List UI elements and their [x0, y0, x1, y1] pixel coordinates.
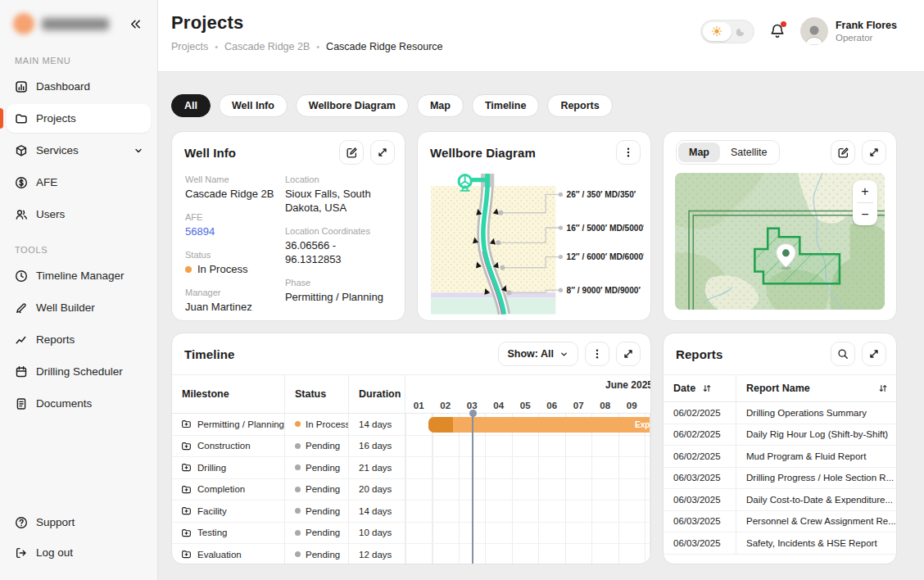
tab-reports[interactable]: Reports	[547, 94, 612, 117]
content-area: All Well Info Wellbore Diagram Map Timel…	[158, 72, 924, 580]
sort-icon[interactable]	[878, 383, 888, 393]
logout-icon	[14, 546, 28, 560]
milestone-status: Pending	[306, 484, 340, 494]
column-header-duration[interactable]: Duration	[349, 375, 405, 413]
wellbore-menu-button[interactable]	[616, 140, 641, 165]
map-tab[interactable]: Map	[678, 143, 720, 162]
sidebar-item-well-builder[interactable]: Well Builder	[7, 293, 151, 322]
gantt-row	[405, 457, 650, 478]
timeline-row[interactable]: Evaluation Pending 12 days	[172, 544, 650, 564]
users-icon	[14, 208, 28, 221]
sidebar-item-drilling-scheduler[interactable]: Drilling Scheduler	[7, 357, 151, 386]
tab-wellbore-diagram[interactable]: Wellbore Diagram	[296, 94, 409, 117]
report-row[interactable]: 06/02/2025 Drilling Operations Summary	[664, 402, 896, 424]
expand-icon	[868, 348, 880, 360]
sidebar-item-timeline-manager[interactable]: Timeline Manager	[7, 261, 151, 290]
column-header-milestone[interactable]: Milestone	[172, 375, 285, 413]
report-row[interactable]: 06/03/2025 Drilling Progress / Hole Sect…	[664, 468, 896, 490]
timeline-row[interactable]: Facility Pending 14 days	[172, 501, 650, 523]
expand-well-info-button[interactable]	[370, 140, 395, 165]
column-header-report-name[interactable]: Report Name	[736, 375, 896, 401]
search-icon	[837, 348, 849, 360]
sidebar-item-support[interactable]: Support	[7, 508, 151, 537]
timeline-row[interactable]: Drilling Pending 21 days	[172, 457, 650, 479]
app-logo-wordmark	[42, 18, 109, 30]
milestone-status: Pending	[306, 441, 340, 451]
timeline-table: Milestone Status Duration June 2025 0102…	[172, 374, 650, 564]
user-menu[interactable]: Frank Flores Operator	[800, 17, 897, 45]
report-row[interactable]: 06/03/2025 Daily Cost-to-Date & Expendit…	[664, 489, 896, 511]
afe-link[interactable]: 56894	[185, 225, 277, 239]
status-dot	[295, 508, 301, 514]
timeline-row[interactable]: Construction Pending 16 days	[172, 436, 650, 458]
milestone-duration: 10 days	[359, 528, 392, 537]
chevron-down-icon	[134, 146, 143, 156]
expand-map-button[interactable]	[862, 140, 886, 165]
breadcrumb-item[interactable]: Cascade Ridge 2B	[224, 41, 310, 52]
tools-label: TOOLS	[0, 230, 157, 260]
edit-map-button[interactable]	[831, 140, 855, 165]
sidebar-item-users[interactable]: Users	[7, 200, 151, 229]
breadcrumb-item[interactable]: Projects	[171, 41, 208, 52]
sidebar-collapse-button[interactable]	[126, 15, 144, 33]
help-circle-icon	[14, 516, 28, 529]
zoom-in-button[interactable]: +	[853, 180, 877, 202]
report-row[interactable]: 06/02/2025 Mud Program & Fluid Report	[664, 446, 896, 468]
sidebar-item-label: Log out	[36, 546, 73, 559]
location-value: Sioux Falls, South Dakota, USA	[285, 188, 393, 215]
expand-reports-button[interactable]	[862, 342, 886, 366]
sidebar-item-logout[interactable]: Log out	[7, 538, 151, 567]
report-row[interactable]: 06/02/2025 Daily Rig Hour Log (Shift-by-…	[664, 424, 896, 446]
manager-value: Juan Martinez	[185, 301, 277, 315]
user-name: Frank Flores	[836, 20, 897, 31]
column-header-date[interactable]: Date	[664, 375, 736, 401]
map-viewport[interactable]: + −	[675, 173, 885, 310]
status-dot	[185, 266, 192, 273]
report-name-column-label: Report Name	[746, 383, 810, 394]
sidebar-item-reports[interactable]: Reports	[7, 325, 151, 354]
line-chart-icon	[14, 333, 28, 347]
expand-icon	[868, 147, 880, 158]
edit-well-info-button[interactable]	[339, 140, 364, 165]
timeline-row[interactable]: Completion Pending 20 days	[172, 479, 650, 501]
wellbore-diagram[interactable]: 26″ / 350′ MD/350′ 16″ / 5000′ MD/5000′ …	[418, 173, 650, 321]
satellite-tab[interactable]: Satellite	[720, 143, 777, 162]
expand-timeline-button[interactable]	[616, 342, 641, 366]
sidebar: MAIN MENU Dashboard Projects Services AF…	[0, 0, 158, 580]
status-dot	[295, 551, 301, 557]
casing-label: 26″ / 350′ MD/350′	[567, 190, 636, 199]
map-type-switch: Map Satellite	[676, 140, 780, 165]
notifications-button[interactable]	[769, 23, 786, 39]
milestone-name: Permitting / Planning	[197, 419, 284, 429]
timeline-row[interactable]: Testing Pending 10 days	[172, 523, 650, 545]
gantt-day-labels: 01020304050607080910	[405, 401, 650, 410]
gantt-bar-exploration[interactable]: Exploration	[428, 417, 650, 433]
tab-all[interactable]: All	[171, 94, 211, 117]
sidebar-item-dashboard[interactable]: Dashboard	[7, 72, 151, 101]
edit-pencil-icon	[346, 147, 358, 159]
report-row[interactable]: 06/03/2025 Safety, Incidents & HSE Repor…	[664, 532, 896, 555]
tab-timeline[interactable]: Timeline	[472, 94, 539, 117]
report-row[interactable]: 06/03/2025 Personnel & Crew Assignment R…	[664, 511, 896, 533]
timeline-row[interactable]: Permitting / Planning In Process 14 days…	[172, 414, 650, 436]
dollar-circle-icon	[14, 176, 28, 189]
sidebar-item-services[interactable]: Services	[7, 136, 151, 165]
field-label: Location	[285, 174, 393, 184]
sort-icon[interactable]	[702, 383, 712, 393]
timeline-show-filter[interactable]: Show: All	[498, 342, 578, 366]
sidebar-item-label: Documents	[36, 397, 92, 410]
sidebar-item-projects[interactable]: Projects	[7, 104, 151, 133]
timeline-menu-button[interactable]	[585, 342, 609, 366]
sidebar-item-afe[interactable]: AFE	[7, 168, 151, 197]
milestone-duration: 16 days	[359, 441, 392, 451]
sidebar-item-documents[interactable]: Documents	[7, 389, 151, 418]
search-reports-button[interactable]	[831, 342, 855, 366]
theme-toggle[interactable]	[700, 20, 754, 43]
status-dot	[295, 443, 301, 449]
zoom-out-button[interactable]: −	[853, 203, 877, 225]
column-header-status[interactable]: Status	[285, 375, 349, 413]
sidebar-item-label: Support	[36, 516, 75, 528]
tab-map[interactable]: Map	[417, 94, 464, 117]
tab-well-info[interactable]: Well Info	[219, 94, 288, 117]
milestone-duration: 20 days	[359, 484, 392, 494]
